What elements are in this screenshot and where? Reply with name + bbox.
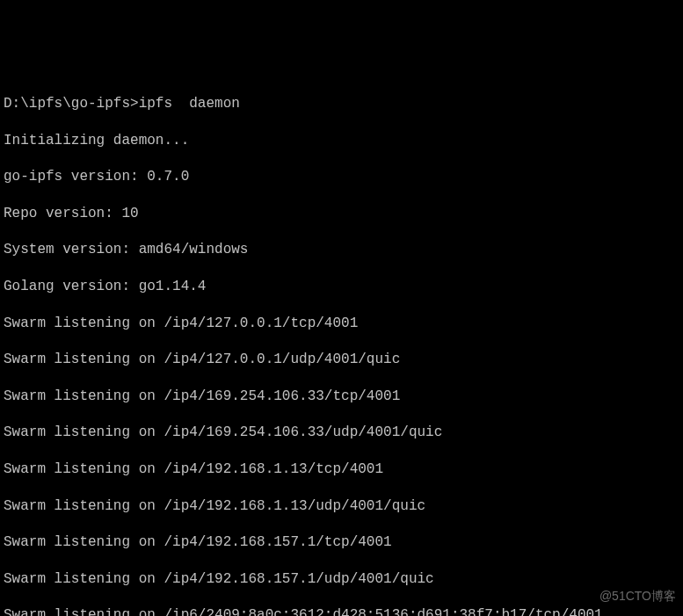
watermark: @51CTO博客 xyxy=(599,588,676,604)
terminal-output[interactable]: D:\ipfs\go-ipfs>ipfs daemon Initializing… xyxy=(4,76,679,616)
output-line: Initializing daemon... xyxy=(4,132,679,150)
output-line: Swarm listening on /ip4/169.254.106.33/t… xyxy=(4,388,679,406)
output-line: go-ipfs version: 0.7.0 xyxy=(4,168,679,186)
output-line: Swarm listening on /ip4/192.168.157.1/tc… xyxy=(4,533,679,552)
output-line: Swarm listening on /ip4/127.0.0.1/udp/40… xyxy=(4,351,679,369)
output-line: Swarm listening on /ip4/192.168.1.13/udp… xyxy=(4,497,679,516)
output-line: Swarm listening on /ip4/192.168.1.13/tcp… xyxy=(4,460,679,479)
output-line: Swarm listening on /ip4/169.254.106.33/u… xyxy=(4,424,679,442)
output-line: Swarm listening on /ip4/127.0.0.1/tcp/40… xyxy=(4,315,679,333)
output-line: System version: amd64/windows xyxy=(4,241,679,259)
output-line: Golang version: go1.14.4 xyxy=(4,278,679,296)
output-line: Repo version: 10 xyxy=(4,205,679,223)
output-line: Swarm listening on /ip4/192.168.157.1/ud… xyxy=(4,570,679,589)
prompt-line: D:\ipfs\go-ipfs>ipfs daemon xyxy=(4,95,679,113)
output-line: Swarm listening on /ip6/2409:8a0c:3612:d… xyxy=(4,606,679,616)
